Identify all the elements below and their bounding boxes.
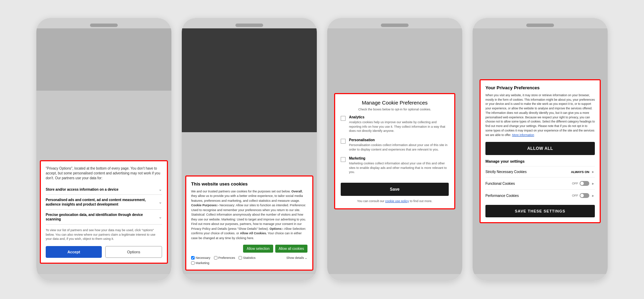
policy-text-2: to find out more. (410, 199, 432, 203)
checkbox-necessary-input[interactable] (191, 256, 195, 260)
privacy-body: When you visit any website, it may store… (485, 93, 595, 137)
privacy-dialog-1: "Privacy Options", located at the bottom… (40, 160, 168, 264)
toggle-label-performance: OFF (572, 194, 578, 197)
body-text-3: Necessary: Allow our sites to function a… (191, 203, 306, 230)
always-on-label: ALWAYS ON (571, 170, 589, 174)
setting-name-performance: Performance Cookies (485, 194, 519, 198)
pref-desc-marketing: Marketing cookies collect information ab… (349, 161, 449, 174)
accordion-item-1[interactable]: Store and/or access information on a dev… (46, 184, 162, 195)
body-bold-1: Overall (292, 190, 302, 193)
pref-content-analytics: Analytics Analytics cookies help us impr… (349, 115, 449, 133)
btn-row-green: Allow selection Allow all cookies (191, 245, 307, 253)
setting-right-functional: OFF ► (572, 181, 595, 186)
show-details-chevron: ⌄ (305, 256, 307, 260)
checkbox-statistics[interactable]: Statistics (239, 256, 256, 260)
setting-name-necessary: Strictly Necessary Cookies (485, 170, 527, 174)
privacy-title: Your Privacy Preferences (485, 85, 595, 90)
checkbox-preferences-input[interactable] (214, 256, 217, 260)
checkbox-marketing[interactable]: Marketing (191, 261, 209, 265)
allow-all-button[interactable]: Allow all cookies (275, 245, 307, 253)
accordion-item-3[interactable]: Precise geolocation data, and identifica… (46, 210, 162, 225)
pref-checkbox-marketing[interactable] (341, 157, 346, 162)
cookie-policy-link[interactable]: cookie use policy (385, 199, 409, 203)
cookie-policy-text: You can consult our cookie use policy to… (341, 199, 449, 203)
more-info-link[interactable]: More information (512, 133, 534, 137)
checkbox-row-2: Marketing (191, 261, 307, 265)
checkbox-statistics-input[interactable] (239, 256, 242, 260)
save-settings-button[interactable]: SAVE THESE SETTINGS (485, 205, 595, 217)
phone-notch-4 (526, 24, 554, 27)
pref-item-analytics: Analytics Analytics cookies help us impr… (341, 115, 449, 133)
pref-content-marketing: Marketing Marketing cookies collect info… (349, 156, 449, 174)
manage-settings-label: Manage your settings (485, 159, 595, 163)
setting-right-necessary: ALWAYS ON ► (571, 170, 595, 174)
checkbox-row: Necessary Preferences Statistics Show de… (191, 256, 307, 260)
phone-top-bar-4 (473, 18, 608, 28)
checkbox-statistics-label: Statistics (243, 256, 256, 260)
setting-right-performance: OFF ► (572, 193, 595, 198)
setting-row-functional[interactable]: Functional Cookies OFF ► (485, 177, 595, 189)
manage-subtitle: Check the boxes below to opt-in for opti… (341, 108, 449, 111)
phone-screen-4: Your Privacy Preferences When you visit … (473, 28, 608, 274)
pref-item-personalisation: Personalisation Personalisation cookies … (341, 138, 449, 152)
privacy-body-text: When you visit any website, it may store… (485, 93, 595, 137)
phone-top-bar-2 (182, 18, 317, 28)
policy-text-1: You can consult our (357, 199, 384, 203)
pref-checkbox-analytics[interactable] (341, 116, 346, 121)
blurred-bg-1 (36, 28, 171, 91)
toggle-label-functional: OFF (572, 182, 578, 185)
checkbox-marketing-input[interactable] (191, 261, 195, 265)
content-area-3: Manage Cookie Preferences Check the boxe… (331, 90, 459, 213)
chevron-icon-1: ⌄ (159, 187, 162, 192)
dark-bg-2 (182, 28, 317, 132)
chevron-right-1: ► (591, 170, 595, 174)
pref-label-marketing: Marketing (349, 156, 449, 160)
body-text-1: We and our trusted partners use cookies … (191, 190, 292, 193)
phone-top-bar-1 (36, 18, 171, 28)
setting-name-functional: Functional Cookies (485, 182, 515, 185)
accordion-label-3: Precise geolocation data, and identifica… (46, 212, 159, 221)
show-details[interactable]: Show details ⌄ (286, 256, 307, 260)
toggle-performance[interactable]: OFF (572, 193, 589, 198)
phone-2: This website uses cookies We and our tru… (182, 18, 317, 281)
toggle-functional[interactable]: OFF (572, 181, 589, 186)
accordion-label-2: Personalised ads and content, ad and con… (46, 198, 159, 207)
checkbox-necessary[interactable]: Necessary (191, 256, 211, 260)
cookie-body-2: We and our trusted partners use cookies … (191, 189, 307, 241)
pref-content-personalisation: Personalisation Personalisation cookies … (349, 138, 449, 152)
cookie-title-2: This website uses cookies (191, 181, 307, 187)
body-bold-4: Allow All Cookies. (240, 232, 267, 235)
phone-screen-2: This website uses cookies We and our tru… (182, 28, 317, 274)
phone-3: Manage Cookie Preferences Check the boxe… (327, 18, 462, 281)
accept-button[interactable]: Accept (46, 246, 102, 258)
phone-bottom-bar-2 (182, 274, 317, 281)
body-bold-3: Options:- (269, 227, 283, 230)
phone-top-bar-3 (327, 18, 462, 28)
pref-label-analytics: Analytics (349, 115, 449, 119)
phone-notch-1 (90, 24, 118, 27)
toggle-switch-performance[interactable] (580, 193, 589, 198)
checkbox-marketing-label: Marketing (196, 261, 209, 265)
options-button[interactable]: Options (105, 246, 162, 258)
allow-selection-button[interactable]: Allow selection (243, 245, 273, 253)
save-button-3[interactable]: Save (341, 183, 449, 196)
content-area-2: This website uses cookies We and our tru… (185, 175, 313, 271)
setting-row-necessary: Strictly Necessary Cookies ALWAYS ON ► (485, 166, 595, 177)
allow-all-button-4[interactable]: ALLOW ALL (485, 142, 595, 155)
button-row-1: Accept Options (46, 246, 162, 258)
intro-text-1: "Privacy Options", located at the bottom… (46, 166, 162, 181)
checkbox-preferences-label: Preferences (218, 256, 235, 260)
phone-1: "Privacy Options", located at the bottom… (36, 18, 171, 281)
phone-bottom-bar-4 (473, 274, 608, 281)
phone-screen-3: Manage Cookie Preferences Check the boxe… (327, 28, 462, 274)
accordion-item-2[interactable]: Personalised ads and content, ad and con… (46, 195, 162, 210)
setting-row-performance[interactable]: Performance Cookies OFF ► (485, 189, 595, 201)
phone-bottom-bar-1 (36, 274, 171, 281)
checkbox-necessary-label: Necessary (196, 256, 211, 260)
pref-checkbox-personalisation[interactable] (341, 139, 346, 144)
toggle-switch-functional[interactable] (580, 181, 589, 186)
phone-screen-1: "Privacy Options", located at the bottom… (36, 28, 171, 274)
show-details-label: Show details (286, 256, 304, 260)
pref-label-personalisation: Personalisation (349, 138, 449, 142)
checkbox-preferences[interactable]: Preferences (214, 256, 235, 260)
